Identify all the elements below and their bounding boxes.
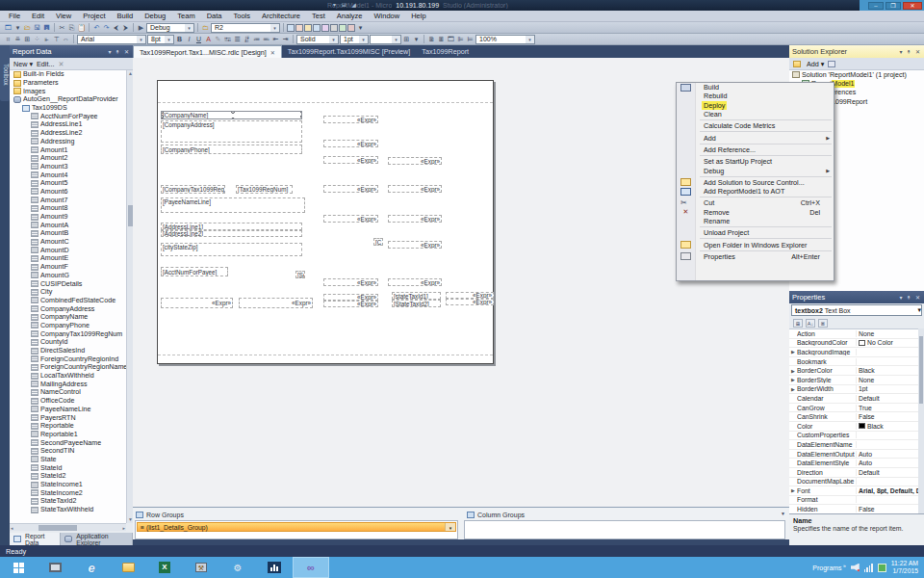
report-textbox[interactable]: [AcctNumForPayee]	[161, 267, 228, 276]
report-textbox[interactable]: «Expr»	[161, 298, 233, 308]
property-row[interactable]: DirectionDefault	[789, 468, 924, 478]
context-menu-item-build[interactable]: Build	[677, 83, 834, 92]
start-debug-icon[interactable]: ▶	[137, 23, 145, 32]
navigate-back-icon[interactable]: ⮜	[112, 23, 120, 32]
report-properties-icon[interactable]: 🗔	[447, 35, 455, 43]
context-menu-item-unload-project[interactable]: Unload Project	[677, 228, 834, 237]
menu-tools[interactable]: Tools	[227, 12, 256, 20]
solution-tree-item[interactable]: Solution 'ReportModel1' (1 project)	[789, 70, 924, 79]
report-textbox[interactable]: «Expr»	[323, 301, 378, 307]
ruler-icon[interactable]: ⊫	[456, 35, 465, 43]
tree-item[interactable]: City	[10, 288, 126, 297]
minimize-button[interactable]: –	[868, 2, 884, 10]
context-menu-item-set-as-startup-project[interactable]: Set as StartUp Project	[677, 157, 834, 166]
bullet-list-icon[interactable]: ≕	[262, 35, 270, 43]
property-row[interactable]: DataElementOutputAuto	[789, 450, 924, 460]
show-all-files-icon[interactable]	[793, 61, 801, 67]
window-position-icon[interactable]: ▾	[109, 49, 113, 55]
close-button[interactable]: ✕	[903, 2, 922, 10]
property-value[interactable]: None	[857, 377, 924, 383]
ax-tool-icon-6[interactable]	[330, 24, 338, 32]
window-position-icon[interactable]: ▾	[900, 49, 904, 55]
report-textbox[interactable]: «Expr»	[446, 292, 494, 299]
taskbar-dynamics-ax[interactable]	[256, 557, 293, 578]
tree-item[interactable]: Amount6	[10, 188, 126, 197]
borders-icon[interactable]: ⊞	[402, 35, 411, 43]
report-textbox[interactable]: «Expr»	[388, 278, 442, 286]
tree-item[interactable]: Addressing	[10, 138, 126, 146]
property-value[interactable]: Default	[857, 469, 924, 476]
menu-team[interactable]: Team	[171, 12, 200, 20]
bold-icon[interactable]: B	[175, 35, 184, 43]
tree-item[interactable]: AmountB	[10, 229, 126, 238]
tree-item[interactable]: SecondTIN	[10, 447, 126, 456]
tree-item[interactable]: Built-in Fields	[10, 70, 126, 79]
document-tab-1[interactable]: Tax1099Report.Tax1099MISC [Preview]	[282, 45, 416, 58]
selection-handle[interactable]	[300, 118, 302, 119]
report-page[interactable]: [CompanyName][CompanyAddress][CompanyPho…	[157, 80, 494, 364]
report-textbox[interactable]: [cityStateZip]	[161, 243, 302, 256]
cut-icon[interactable]: ✂	[58, 23, 66, 32]
layer-dropdown[interactable]: R2▾	[211, 23, 280, 33]
ax-tool-icon-4[interactable]	[313, 24, 321, 32]
property-value[interactable]: Auto	[857, 460, 924, 466]
tree-item[interactable]: Amount3	[10, 163, 126, 171]
menu-help[interactable]: Help	[405, 12, 431, 20]
property-value[interactable]: Arial, 8pt, Default, De	[857, 487, 924, 494]
tree-item[interactable]: AmountF	[10, 263, 126, 272]
property-value[interactable]: Default	[857, 395, 924, 402]
report-textbox[interactable]: [StateTaxId2]	[392, 300, 441, 307]
tree-item[interactable]: CombinedFedStateCode	[10, 297, 126, 305]
selection-handle[interactable]	[300, 111, 302, 114]
highlight-color-icon[interactable]: ✎	[214, 35, 222, 43]
property-row[interactable]: BackgroundColorNo Color	[789, 339, 924, 349]
tree-item[interactable]: Tax1099DS	[10, 104, 126, 113]
context-menu-item-add[interactable]: Add▶	[677, 133, 834, 142]
menu-analyze[interactable]: Analyze	[331, 12, 369, 20]
tree-item[interactable]: AmountE	[10, 254, 126, 263]
align-left-icon[interactable]: ⭾	[223, 35, 232, 43]
context-menu-item-add-solution-to-source-control-[interactable]: Add Solution to Source Control...	[677, 178, 834, 187]
context-menu-item-remove[interactable]: ✕RemoveDel	[677, 208, 834, 217]
selection-handle[interactable]	[231, 118, 235, 119]
italic-icon[interactable]: I	[185, 35, 193, 43]
context-menu-item-properties[interactable]: PropertiesAlt+Enter	[677, 252, 834, 261]
context-menu-item-calculate-code-metrics[interactable]: Calculate Code Metrics	[677, 121, 834, 130]
underline-icon[interactable]: U	[194, 35, 203, 43]
tree-item[interactable]: StateId	[10, 463, 126, 472]
tree-item[interactable]: MailingAddress	[10, 380, 126, 388]
report-textbox[interactable]: «Expr»	[388, 241, 442, 249]
tree-item[interactable]: AmountG	[10, 272, 126, 280]
increase-indent-icon[interactable]: ⇥	[281, 35, 290, 43]
tree-item[interactable]: PayeeNameLine	[10, 406, 126, 414]
property-value[interactable]: Black	[857, 423, 924, 430]
window-position-icon[interactable]: ▾	[900, 295, 904, 301]
report-textbox[interactable]: «Expr»	[388, 215, 442, 223]
ax-tool-icon-8[interactable]	[347, 24, 355, 32]
report-body-icon[interactable]: 🗏	[437, 35, 446, 43]
property-row[interactable]: ActionNone	[789, 329, 924, 339]
menu-window[interactable]: Window	[368, 12, 405, 20]
report-textbox[interactable]: [PayeeNameLine]	[161, 197, 305, 213]
restore-button[interactable]: ❐	[886, 2, 901, 10]
report-textbox[interactable]: «Expr»	[323, 140, 378, 147]
property-row[interactable]: DocumentMapLabe	[789, 478, 924, 487]
tree-item[interactable]: SecondPayeeName	[10, 438, 126, 447]
document-tab-0[interactable]: Tax1099Report.Tax1...MISC.rdlc [Design]✕	[133, 45, 282, 58]
selection-handle[interactable]	[231, 111, 235, 114]
toolbar-options-icon[interactable]: ▾	[356, 23, 365, 32]
report-textbox[interactable]: [stateTaxId1]	[392, 292, 441, 300]
report-textbox[interactable]: «Expr»	[323, 278, 378, 286]
close-panel-icon[interactable]: ✕	[915, 49, 921, 55]
copy-icon[interactable]: ⎘	[67, 23, 76, 32]
size-same-icon[interactable]: ⇔	[62, 35, 70, 43]
document-tab-2[interactable]: Tax1099Report	[416, 45, 475, 58]
report-textbox[interactable]: [Se	[295, 271, 305, 278]
menu-architecture[interactable]: Architecture	[256, 12, 306, 20]
close-tab-icon[interactable]: ✕	[270, 49, 275, 56]
report-textbox[interactable]: [Tax1099RegNum]	[236, 185, 293, 194]
ax-tool-icon-1[interactable]	[287, 24, 295, 32]
grouping-pane-options-icon[interactable]: ▼	[781, 511, 785, 516]
redo-icon[interactable]: ↷	[102, 23, 111, 32]
property-row[interactable]: ▶BorderStyleNone	[789, 376, 924, 385]
